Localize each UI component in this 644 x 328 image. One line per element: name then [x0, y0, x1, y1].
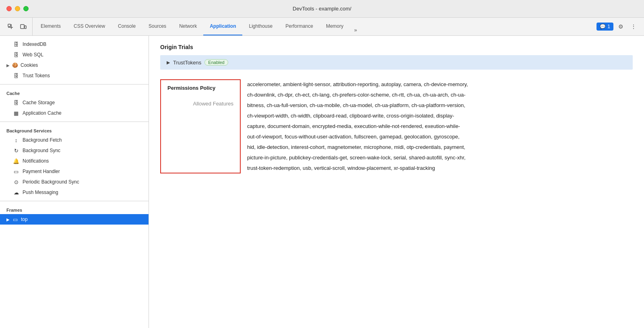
web-sql-icon: 🗄 [13, 52, 19, 58]
content-panel: Origin Trials ▶ TrustTokens Enabled Perm… [149, 36, 644, 328]
divider-3 [0, 201, 149, 201]
sidebar-item-trust-tokens[interactable]: 🗄 Trust Tokens [0, 70, 149, 81]
sidebar-item-label: IndexedDB [23, 41, 46, 47]
tab-application[interactable]: Application [203, 18, 242, 35]
features-line-4: ch-viewport-width, ch-width, clipboard-r… [247, 111, 633, 121]
sidebar-item-indexed-db[interactable]: 🗄 IndexedDB [0, 39, 149, 50]
close-button[interactable] [6, 6, 12, 11]
sidebar-item-notifications[interactable]: 🔔 Notifications [0, 156, 149, 166]
divider-1 [0, 84, 149, 85]
tab-memory[interactable]: Memory [320, 18, 350, 35]
background-services-section-label: Background Services [0, 125, 149, 135]
title-bar: DevTools - example.com/ [0, 0, 644, 18]
sidebar-item-label: Periodic Background Sync [23, 179, 79, 185]
sidebar-item-top-frame[interactable]: ▶ ▭ top [0, 214, 149, 225]
sidebar-item-background-sync[interactable]: ↻ Background Sync [0, 145, 149, 156]
sidebar-item-label: Background Sync [23, 148, 60, 153]
trust-tokens-name: TrustTokens [173, 60, 201, 66]
features-line-5: capture, document-domain, encrypted-medi… [247, 121, 633, 132]
issues-icon: 💬 [600, 24, 606, 29]
enabled-badge: Enabled [204, 59, 228, 66]
permissions-policy-title: Permissions Policy [167, 85, 233, 91]
tab-elements[interactable]: Elements [34, 18, 67, 35]
sidebar-item-push-messaging[interactable]: ☁ Push Messaging [0, 187, 149, 198]
frame-icon: ▭ [12, 216, 19, 223]
sidebar-item-label: Trust Tokens [23, 73, 50, 78]
sidebar-item-label: Payment Handler [23, 169, 60, 174]
origin-trials-title: Origin Trials [160, 44, 633, 50]
sidebar-item-label: Application Cache [23, 110, 62, 116]
more-tabs-button[interactable]: » [350, 24, 361, 35]
permissions-policy-box: Permissions Policy Allowed Features [160, 79, 241, 173]
application-cache-icon: ▦ [13, 110, 19, 116]
features-line-7: hid, idle-detection, interest-cohort, ma… [247, 142, 633, 153]
features-line-6: out-of-viewport, focus-without-user-acti… [247, 132, 633, 142]
sidebar-item-label: Cookies [21, 62, 38, 68]
trust-tokens-expand-icon: ▶ [167, 60, 170, 65]
features-line-9: trust-token-redemption, usb, vertical-sc… [247, 163, 633, 173]
tab-console[interactable]: Console [111, 18, 142, 35]
tab-network[interactable]: Network [173, 18, 203, 35]
background-fetch-icon: ↕ [13, 137, 19, 143]
sidebar-item-web-sql[interactable]: 🗄 Web SQL [0, 50, 149, 60]
allowed-features-label: Allowed Features [167, 101, 233, 107]
svg-rect-0 [8, 24, 10, 27]
cache-storage-icon: 🗄 [13, 99, 19, 106]
features-line-1: accelerometer, ambient-light-sensor, att… [247, 79, 633, 90]
issues-count: 1 [607, 24, 610, 29]
features-line-8: picture-in-picture, publickey-credential… [247, 153, 633, 163]
sidebar-item-cookies[interactable]: ▶ 🍪 Cookies [0, 60, 149, 70]
svg-rect-2 [25, 26, 26, 29]
sidebar-item-application-cache[interactable]: ▦ Application Cache [0, 108, 149, 118]
minimize-button[interactable] [15, 6, 20, 11]
tab-performance[interactable]: Performance [279, 18, 320, 35]
tab-css-overview[interactable]: CSS Overview [67, 18, 111, 35]
push-messaging-icon: ☁ [13, 189, 19, 196]
sidebar-item-label: Background Fetch [23, 137, 62, 143]
frames-section-label: Frames [0, 204, 149, 214]
main-area: 🗄 IndexedDB 🗄 Web SQL ▶ 🍪 Cookies 🗄 Trus… [0, 36, 644, 328]
sidebar-item-label: Notifications [23, 158, 49, 164]
sidebar-item-label: Web SQL [23, 52, 43, 58]
cache-section-label: Cache [0, 88, 149, 97]
issues-badge-button[interactable]: 💬 1 [597, 23, 613, 31]
sidebar-item-label: Cache Storage [23, 100, 55, 105]
toolbar: Elements CSS Overview Console Sources Ne… [0, 18, 644, 36]
toolbar-left-icons [2, 18, 33, 35]
sidebar: 🗄 IndexedDB 🗄 Web SQL ▶ 🍪 Cookies 🗄 Trus… [0, 36, 149, 328]
divider-2 [0, 122, 149, 122]
sidebar-item-background-fetch[interactable]: ↕ Background Fetch [0, 135, 149, 145]
background-sync-icon: ↻ [13, 147, 19, 154]
payment-handler-icon: ▭ [13, 168, 19, 175]
inspect-element-icon[interactable] [5, 21, 16, 32]
features-line-2: ch-downlink, ch-dpr, ch-ect, ch-lang, ch… [247, 90, 633, 100]
cookies-icon: 🍪 [12, 62, 18, 68]
toolbar-right: 💬 1 ⚙ ⋮ [597, 21, 642, 32]
svg-rect-1 [21, 25, 24, 29]
sidebar-item-cache-storage[interactable]: 🗄 Cache Storage [0, 97, 149, 108]
indexed-db-icon: 🗄 [13, 41, 19, 47]
sidebar-item-label: top [21, 217, 28, 222]
trust-tokens-icon: 🗄 [13, 72, 19, 79]
tab-sources[interactable]: Sources [142, 18, 173, 35]
permissions-policy-section: Permissions Policy Allowed Features acce… [160, 79, 633, 173]
trust-tokens-row[interactable]: ▶ TrustTokens Enabled [160, 55, 633, 70]
device-toggle-icon[interactable] [18, 21, 29, 32]
sidebar-item-label: Push Messaging [23, 190, 58, 195]
features-line-3: bitness, ch-ua-full-version, ch-ua-mobil… [247, 100, 633, 111]
devtools-container: Elements CSS Overview Console Sources Ne… [0, 18, 644, 328]
toolbar-tabs: Elements CSS Overview Console Sources Ne… [33, 18, 597, 35]
tab-lighthouse[interactable]: Lighthouse [242, 18, 279, 35]
settings-icon[interactable]: ⚙ [615, 21, 626, 32]
window-title: DevTools - example.com/ [293, 6, 351, 12]
maximize-button[interactable] [23, 6, 29, 11]
notifications-icon: 🔔 [13, 158, 19, 164]
traffic-lights [6, 6, 29, 11]
sidebar-item-payment-handler[interactable]: ▭ Payment Handler [0, 166, 149, 177]
permissions-policy-features: accelerometer, ambient-light-sensor, att… [241, 79, 633, 173]
more-options-icon[interactable]: ⋮ [628, 21, 639, 32]
expand-arrow-icon: ▶ [6, 63, 10, 68]
sidebar-item-periodic-background-sync[interactable]: ⊙ Periodic Background Sync [0, 177, 149, 187]
expand-frame-arrow-icon: ▶ [6, 217, 10, 222]
periodic-sync-icon: ⊙ [13, 179, 19, 185]
